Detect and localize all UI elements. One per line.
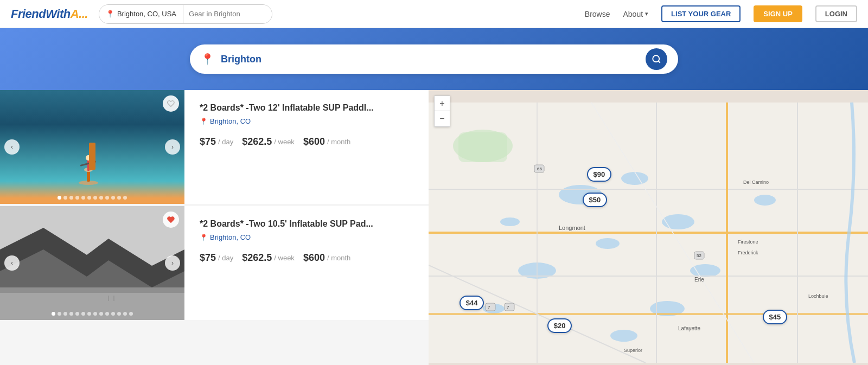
listing-pricing: $75 / day $262.5 / week $600 / month [200, 136, 413, 148]
carousel-dot[interactable] [63, 312, 67, 316]
svg-line-3 [658, 61, 660, 62]
carousel-dot[interactable] [87, 312, 91, 316]
price-month-value: $600 [303, 136, 325, 148]
carousel-dot[interactable] [58, 196, 61, 200]
nav-about-label: About [623, 10, 643, 18]
map-price-marker[interactable]: $44 [459, 296, 484, 310]
map-price-marker[interactable]: $50 [583, 193, 608, 207]
carousel-dot[interactable] [93, 312, 97, 316]
list-your-gear-button[interactable]: LIST YOUR GEAR [661, 5, 741, 22]
favorite-button[interactable] [163, 212, 179, 228]
price-day-value: $75 [200, 136, 216, 148]
price-month-value: $600 [303, 252, 325, 264]
carousel-dot[interactable] [99, 196, 103, 200]
listing-title: *2 Boards* -Two 10.5' Inflatable SUP Pad… [200, 219, 413, 229]
carousel-dots [58, 196, 127, 200]
main-content: ‹ › [0, 90, 868, 365]
logo-a: A [71, 7, 79, 21]
svg-text:Longmont: Longmont [559, 225, 585, 231]
carousel-dot[interactable] [69, 196, 73, 200]
listing-card: ‹ › [0, 90, 429, 204]
map-price-marker[interactable]: $45 [763, 310, 788, 324]
hero-section: 📍 [0, 28, 868, 90]
carousel-prev-button[interactable]: ‹ [4, 255, 20, 271]
listing-image [0, 90, 184, 204]
carousel-dot[interactable] [111, 312, 115, 316]
carousel-dots [52, 312, 133, 316]
carousel-dot[interactable] [105, 196, 109, 200]
logo-dots: ... [79, 7, 88, 21]
carousel-dot[interactable] [123, 196, 127, 200]
carousel-dot[interactable] [58, 312, 61, 316]
svg-rect-30 [458, 132, 507, 162]
carousel-dot[interactable] [81, 312, 85, 316]
listing-location-text: Brighton, CO [210, 233, 251, 241]
listings-panel: ‹ › [0, 90, 429, 365]
sup-figure-icon [78, 144, 99, 187]
price-day-unit: / day [218, 138, 233, 146]
login-button[interactable]: LOGIN [815, 5, 857, 22]
svg-text:Firestone: Firestone [738, 239, 758, 245]
listing-location: 📍 Brighton, CO [200, 233, 413, 241]
svg-point-28 [610, 330, 637, 342]
price-week-unit: / week [274, 254, 295, 262]
carousel-dot[interactable] [117, 196, 121, 200]
carousel-dot[interactable] [87, 196, 91, 200]
carousel-dot[interactable] [105, 312, 109, 316]
header-search-input[interactable] [183, 5, 272, 23]
carousel-dot[interactable] [111, 196, 115, 200]
nav-browse[interactable]: Browse [585, 10, 610, 18]
nav-about[interactable]: About ▾ [623, 10, 648, 18]
carousel-next-button[interactable]: › [165, 139, 180, 155]
signup-button[interactable]: SIGN UP [754, 5, 802, 22]
hero-search-button[interactable] [646, 48, 667, 70]
price-week-value: $262.5 [242, 252, 272, 264]
svg-point-21 [596, 238, 620, 249]
svg-point-22 [690, 264, 720, 277]
carousel-prev-button[interactable]: ‹ [4, 139, 20, 155]
search-icon [652, 54, 661, 64]
zoom-in-button[interactable]: + [435, 96, 450, 111]
carousel-dot[interactable] [81, 196, 85, 200]
carousel-dot[interactable] [129, 312, 133, 316]
zoom-out-button[interactable]: − [435, 111, 450, 126]
heart-icon [167, 216, 175, 223]
logo-with: With [46, 7, 70, 21]
map-price-marker[interactable]: $20 [547, 318, 572, 333]
location-pin-icon: 📍 [200, 118, 208, 125]
carousel-dot[interactable] [63, 196, 67, 200]
hero-search-input[interactable] [221, 54, 646, 65]
favorite-button[interactable] [163, 95, 179, 112]
listing-location-text: Brighton, CO [210, 117, 251, 125]
svg-rect-53 [486, 303, 495, 311]
price-month-unit: / month [327, 254, 350, 262]
svg-text:52: 52 [697, 253, 701, 258]
map-price-marker[interactable]: $90 [587, 167, 612, 182]
svg-text:7: 7 [507, 305, 509, 310]
heart-icon [167, 100, 175, 107]
header-nav: Browse About ▾ LIST YOUR GEAR SIGN UP LO… [585, 5, 857, 22]
carousel-dot[interactable] [52, 312, 55, 316]
carousel-next-button[interactable]: › [165, 255, 180, 271]
svg-rect-14 [0, 293, 184, 320]
carousel-dot[interactable] [75, 196, 79, 200]
svg-text:Frederick: Frederick [738, 250, 758, 255]
svg-point-2 [653, 55, 659, 62]
carousel-dot[interactable] [75, 312, 79, 316]
logo-friend: Friend [11, 7, 46, 21]
carousel-dot[interactable] [69, 312, 73, 316]
carousel-dot[interactable] [117, 312, 121, 316]
map[interactable]: Longmont Erie Lafayette Superior Del Cam… [429, 90, 868, 365]
map-zoom-controls: + − [434, 95, 450, 127]
hero-location-pin-icon: 📍 [201, 53, 214, 66]
listing-title: *2 Boards* -Two 12' Inflatable SUP Paddl… [200, 103, 413, 113]
carousel-dot[interactable] [99, 312, 103, 316]
svg-point-8 [86, 155, 91, 161]
svg-rect-55 [505, 303, 514, 311]
svg-text:66: 66 [537, 167, 542, 171]
carousel-dot[interactable] [93, 196, 97, 200]
svg-point-25 [500, 217, 520, 226]
listing-info: *2 Boards* -Two 10.5' Inflatable SUP Pad… [184, 206, 429, 320]
svg-rect-5 [87, 171, 90, 182]
carousel-dot[interactable] [123, 312, 127, 316]
